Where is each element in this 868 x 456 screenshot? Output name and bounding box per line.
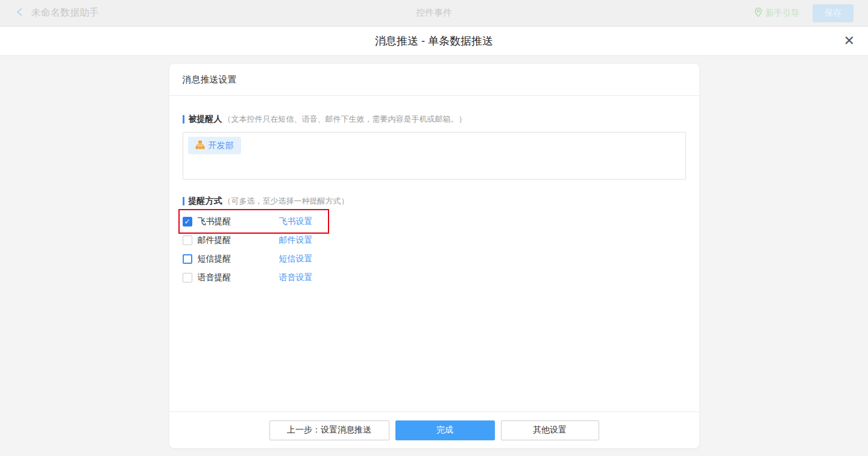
reminder-settings-link[interactable]: 飞书设置 [279,216,313,227]
reminder-settings-link[interactable]: 语音设置 [279,272,313,283]
other-settings-button[interactable]: 其他设置 [501,420,599,440]
method-label: 提醒方式 [189,196,222,207]
recipient-tag-label: 开发部 [209,140,234,151]
reminder-option-row: 语音提醒 语音设置 [183,268,508,287]
newbie-guide-label: 新手引导 [766,8,799,19]
reminder-option-row: 短信提醒 短信设置 [183,249,508,268]
reminder-option-label: 语音提醒 [198,272,231,283]
reminder-option-label: 飞书提醒 [198,216,231,227]
modal-title: 消息推送 - 单条数据推送 [375,34,493,48]
top-app-bar: 未命名数据助手 控件事件 新手引导 保存 [0,0,868,27]
reminder-checkbox[interactable] [183,217,192,226]
modal-content: 消息推送设置 被提醒人 （文本控件只在短信、语音、邮件下生效，需要内容是手机或邮… [0,56,868,456]
back-button[interactable] [14,7,25,20]
save-button[interactable]: 保存 [813,4,854,22]
reminder-option-row: 飞书提醒 飞书设置 [183,212,508,231]
modal-header: 消息推送 - 单条数据推送 ✕ [0,27,868,56]
section-marker [183,115,184,123]
settings-card: 消息推送设置 被提醒人 （文本控件只在短信、语音、邮件下生效，需要内容是手机或邮… [169,64,699,448]
page-title: 控件事件 [0,7,868,19]
recipient-hint: （文本控件只在短信、语音、邮件下生效，需要内容是手机或邮箱。） [224,114,467,125]
recipient-label: 被提醒人 [189,114,222,125]
reminder-checkbox[interactable] [183,273,192,283]
reminder-option-row: 邮件提醒 邮件设置 [183,231,508,249]
recipient-tag[interactable]: 开发部 [188,137,241,154]
reminder-settings-link[interactable]: 短信设置 [279,254,313,264]
previous-step-button[interactable]: 上一步：设置消息推送 [269,420,389,440]
recipient-box[interactable]: 开发部 [183,132,686,180]
close-icon[interactable]: ✕ [844,34,855,48]
chevron-left-icon [14,7,25,20]
section-marker [183,197,184,205]
location-pin-icon [754,7,763,19]
method-section-label: 提醒方式 （可多选，至少选择一种提醒方式） [183,196,686,207]
reminder-checkbox[interactable] [183,254,192,264]
org-chart-icon [195,140,205,151]
method-hint: （可多选，至少选择一种提醒方式） [224,196,349,207]
reminder-option-label: 邮件提醒 [198,235,231,246]
app-title: 未命名数据助手 [31,7,99,19]
reminder-options-list: 飞书提醒 飞书设置 邮件提醒 邮件设置 [183,212,686,287]
reminder-settings-link[interactable]: 邮件设置 [279,235,313,246]
reminder-option-label: 短信提醒 [198,254,231,264]
card-footer: 上一步：设置消息推送 完成 其他设置 [169,411,699,448]
card-title: 消息推送设置 [169,64,699,96]
recipient-section-label: 被提醒人 （文本控件只在短信、语音、邮件下生效，需要内容是手机或邮箱。） [183,114,686,125]
newbie-guide-button[interactable]: 新手引导 [754,7,799,19]
reminder-checkbox[interactable] [183,236,192,245]
done-button[interactable]: 完成 [395,420,495,440]
